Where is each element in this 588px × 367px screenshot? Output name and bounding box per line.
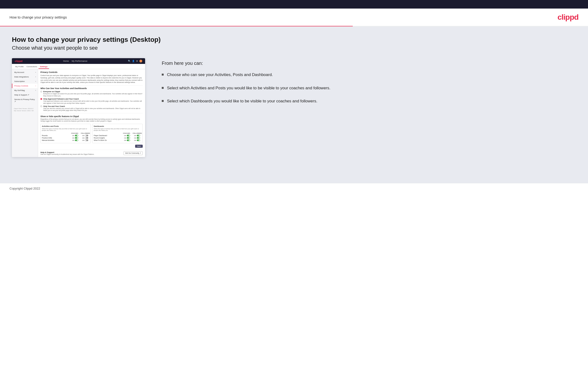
- player-dashboard-label: Player Dashboard: [94, 135, 107, 136]
- divider-1: [40, 85, 143, 86]
- toggle-row-manual: Manual Activities ON ON: [42, 139, 89, 141]
- info-bullets-list: Choose who can see your Activities, Post…: [162, 72, 571, 104]
- radio-everyone-label: Everyone on Clippd: [43, 91, 143, 93]
- rounds-label: Rounds: [42, 135, 48, 136]
- nav-home: Home: [63, 60, 69, 62]
- dashboards-desc: Select the types of activity that you'd …: [94, 128, 141, 132]
- help-desc: Visit our Clippd community to troublesho…: [40, 153, 94, 155]
- radio-followers-desc: Only approved followers and coaches you …: [43, 100, 143, 104]
- toggle-row-practice: Practice Drills ON ON: [42, 137, 89, 139]
- radio-followers-label: Only Approved Followers and Your Coach: [43, 98, 143, 100]
- save-row: Save: [40, 145, 143, 148]
- radio-coach-label: Only You and Your Coach: [43, 105, 143, 107]
- dashboards-header-row: COACHES FOLLOWERS: [94, 133, 141, 134]
- footer: Copyright Clippd 2022: [0, 183, 588, 194]
- bullet-1: Choose who can see your Activities, Post…: [162, 72, 571, 78]
- app-navbar: clippd Home My Performance 🔍 👤 ⚙: [12, 58, 145, 64]
- dash-followers-label: FOLLOWERS: [133, 133, 141, 134]
- round-coaches-toggle: ON: [123, 137, 131, 139]
- radio-followers-content: Only Approved Followers and Your Coach O…: [43, 98, 143, 104]
- player-dashboard-controls: ON ON: [123, 135, 141, 136]
- divider-2: [40, 113, 143, 113]
- manual-label: Manual Activities: [42, 139, 54, 141]
- practice-coaches-toggle: ON: [71, 137, 79, 139]
- top-bar: [0, 0, 588, 8]
- show-hide-section: Show or hide specific features in Clippd…: [40, 115, 143, 148]
- visit-community-button[interactable]: Visit Our Community ↗: [123, 151, 143, 155]
- radio-circle-coach: [40, 106, 42, 107]
- app-logo: clippd: [15, 60, 22, 62]
- nav-my-performance: My Performance: [72, 60, 87, 62]
- coaches-col-label: COACHES: [70, 133, 79, 134]
- footer-text: Copyright Clippd 2022: [9, 187, 40, 190]
- show-hide-desc: Regardless of the privacy controls that …: [40, 118, 143, 122]
- round-insights-controls: ON ON: [123, 137, 141, 139]
- sidebar-my-golf-bag: My Golf Bag›: [12, 88, 38, 93]
- rounds-coaches-toggle: ON: [71, 135, 79, 136]
- subnav-settings: Settings: [39, 65, 49, 69]
- what-to-work-label: What To Work On: [94, 139, 107, 141]
- who-can-see-title: Who Can See Your Activities and Dashboar…: [40, 87, 143, 90]
- radio-circle-everyone: [40, 91, 42, 92]
- activities-posts-box: Activities and Posts Select the types of…: [40, 124, 91, 143]
- subnav-my-profile: My Profile: [14, 65, 25, 69]
- avatar-icon: [139, 60, 142, 62]
- bullet-1-text: Choose who can see your Activities, Post…: [167, 72, 273, 78]
- radio-coach-only: Only You and Your Coach Only you and the…: [40, 105, 143, 112]
- activities-posts-desc: Select the types of activity that you'd …: [42, 128, 89, 132]
- activities-header-row: COACHES FOLLOWERS: [42, 133, 89, 134]
- manual-followers-toggle: ON: [81, 139, 89, 141]
- radio-circle-followers: [40, 98, 42, 100]
- toggle-row-rounds: Rounds ON ON: [42, 135, 89, 136]
- practice-controls: ON ON: [71, 137, 89, 139]
- sidebar-privacy-controls: Privacy Controls›: [12, 83, 38, 88]
- activities-posts-title: Activities and Posts: [42, 125, 89, 127]
- radio-coach-content: Only You and Your Coach Only you and the…: [43, 105, 143, 112]
- app-settings-body: My Account› Data Integrations› Subscript…: [12, 69, 145, 157]
- round-insights-label: Round Insights: [94, 137, 105, 139]
- info-panel: From here you can: Choose who can see yo…: [157, 58, 576, 114]
- show-hide-title: Show or hide specific features in Clippd: [40, 115, 143, 117]
- toggle-row-round-insights: Round Insights ON ON: [94, 137, 141, 139]
- what-to-work-controls: ON ON: [123, 139, 141, 141]
- dash-coaches-label: COACHES: [122, 133, 131, 134]
- practice-label: Practice Drills: [42, 137, 52, 139]
- work-coaches-toggle: ON: [123, 139, 131, 141]
- rounds-followers-toggle: ON: [81, 135, 89, 136]
- bullet-marker-2: [162, 87, 164, 89]
- radio-followers-coach: Only Approved Followers and Your Coach O…: [40, 98, 143, 104]
- work-followers-toggle: ON: [133, 139, 141, 141]
- practice-followers-toggle: ON: [81, 137, 89, 139]
- screenshot-mockup: clippd Home My Performance 🔍 👤 ⚙ My Prof…: [12, 58, 145, 157]
- radio-coach-desc: Only you and the coaches you connect wit…: [43, 108, 143, 112]
- from-here-heading: From here you can:: [162, 61, 571, 66]
- radio-everyone: Everyone on Clippd Everyone on Clippd ca…: [40, 91, 143, 97]
- app-right-content: Privacy Controls Control how you and you…: [38, 69, 145, 157]
- privacy-controls-title: Privacy Controls: [40, 71, 143, 73]
- page-subheading: Choose what you want people to see: [12, 45, 576, 51]
- bullet-marker-1: [162, 74, 164, 75]
- manual-coaches-toggle: ON: [71, 139, 79, 141]
- help-section: Help & Support Visit our Clippd communit…: [40, 150, 143, 155]
- subnav-connections: Connections: [25, 65, 39, 69]
- main-content: How to change your privacy settings (Des…: [0, 26, 588, 183]
- header: How to change your privacy settings clip…: [0, 8, 588, 26]
- sidebar-subscription: Subscription›: [12, 79, 38, 83]
- bullet-2: Select which Activities and Posts you wo…: [162, 85, 571, 91]
- radio-everyone-content: Everyone on Clippd Everyone on Clippd ca…: [43, 91, 143, 97]
- help-text: Help & Support Visit our Clippd communit…: [40, 151, 94, 155]
- toggles-row: Activities and Posts Select the types of…: [40, 124, 143, 143]
- sidebar-data-integrations: Data Integrations›: [12, 75, 38, 79]
- toggle-row-what-to-work: What To Work On ON ON: [94, 139, 141, 141]
- radio-group: Everyone on Clippd Everyone on Clippd ca…: [40, 91, 143, 112]
- followers-col-label: FOLLOWERS: [81, 133, 89, 134]
- app-sidebar: My Account› Data Integrations› Subscript…: [12, 69, 38, 157]
- save-button[interactable]: Save: [135, 145, 143, 148]
- header-title: How to change your privacy settings: [9, 15, 67, 19]
- rounds-controls: ON ON: [71, 135, 89, 136]
- radio-everyone-desc: Everyone on Clippd can search for you an…: [43, 93, 143, 97]
- app-navbar-icons: 🔍 👤 ⚙: [128, 60, 142, 62]
- sidebar-my-account: My Account›: [12, 70, 38, 75]
- help-title: Help & Support: [40, 151, 94, 153]
- bullet-3-text: Select which Dashboards you would like t…: [167, 98, 317, 104]
